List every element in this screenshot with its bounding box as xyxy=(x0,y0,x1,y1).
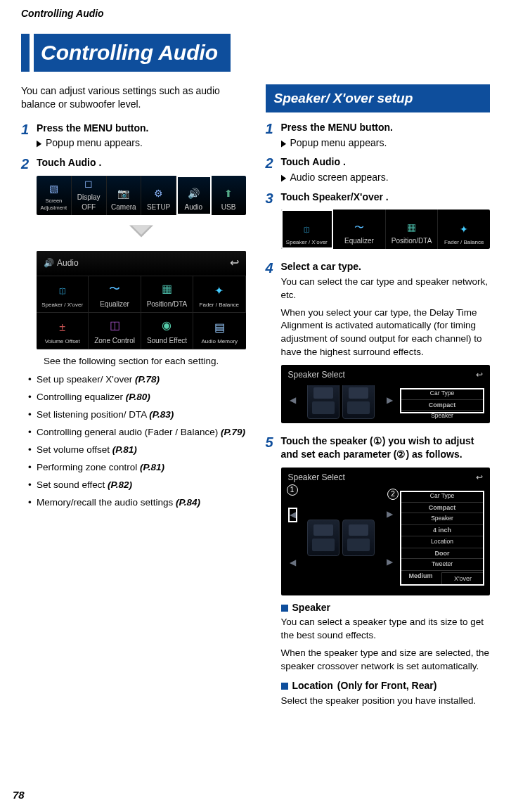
step-instruction: Select a car type. xyxy=(281,260,491,274)
body-text: When you select your car type, the Delay… xyxy=(281,307,491,360)
list-item: Controlling general audio (Fader / Balan… xyxy=(37,426,246,439)
page-title: Controlling Audio xyxy=(34,34,231,72)
tile-volume-offset: ±Volume Offset xyxy=(37,313,89,349)
sound-effect-icon: ◉ xyxy=(159,318,174,335)
title-accent xyxy=(21,34,30,72)
callout-2: 2 xyxy=(387,489,399,500)
step-instruction: Touch Speaker/X'over . xyxy=(281,191,491,205)
step-5: 5 Touch the speaker (①) you wish to adju… xyxy=(266,434,491,708)
audio-menu-screenshot: 🔊Audio ↩ ⎅Speaker / X'over 〜Equalizer ▦P… xyxy=(37,251,246,349)
list-item: Set volume offset (P.81) xyxy=(37,444,246,457)
tile-sound-effect: ◉Sound Effect xyxy=(141,313,193,349)
position-icon: ▦ xyxy=(159,281,174,298)
audio-menu-strip-screenshot: ⎅Speaker / X'over 〜Equalizer ▦Position/D… xyxy=(281,210,491,249)
parameter-panel: Car Type Compact Speaker 4 inch Location… xyxy=(400,491,484,586)
display-off-icon: ◻ xyxy=(81,177,96,191)
step-number: 1 xyxy=(21,122,37,150)
fader-icon: ✦ xyxy=(456,223,472,237)
step-number: 2 xyxy=(266,155,281,184)
speaker-indicator-right: ▶▶ xyxy=(383,491,396,586)
tile-audio-memory: ▤Audio Memory xyxy=(193,313,245,349)
step-instruction: Press the MENU button. xyxy=(37,122,246,136)
list-item: Performing zone control (P.81) xyxy=(37,461,246,475)
step-result: Popup menu appears. xyxy=(37,136,246,150)
settings-list: Set up speaker/ X'over (P.78) Controllin… xyxy=(21,373,246,509)
square-bullet-icon xyxy=(281,605,288,612)
screen-title: Speaker Select xyxy=(288,472,345,484)
note-text: See the following section for each setti… xyxy=(44,355,246,368)
back-icon: ↩ xyxy=(476,369,483,381)
speaker-indicator-right: ▶ xyxy=(383,388,396,413)
back-icon: ↩ xyxy=(476,472,483,484)
body-text: Select the speaker position you have ins… xyxy=(281,695,491,708)
popup-menu-screenshot: ▧Screen Adjustment ◻Display OFF 📷Camera … xyxy=(37,176,246,215)
list-item: Set sound effect (P.82) xyxy=(37,479,246,492)
callout-1: 1 xyxy=(287,484,298,496)
step-2: 2 Touch Audio . Audio screen appears. xyxy=(266,155,491,184)
step-number: 2 xyxy=(21,156,37,368)
right-column: Speaker/ X'over setup 1 Press the MENU b… xyxy=(266,84,491,708)
gear-icon: ⚙ xyxy=(151,187,167,201)
audio-menu-title: 🔊Audio xyxy=(44,257,79,269)
xover-icon: ⎅ xyxy=(299,223,314,237)
step-instruction: Touch Audio . xyxy=(281,155,491,169)
list-item: Controlling equalizer (P.80) xyxy=(37,391,246,404)
section-heading: Speaker/ X'over setup xyxy=(266,84,491,113)
tile-screen-adjustment: ▧Screen Adjustment xyxy=(37,176,72,215)
list-item: Memory/recall the audio settings (P.84) xyxy=(37,496,246,510)
speaker-indicator-left: ◀◀ xyxy=(287,491,299,586)
page-title-bar: Controlling Audio xyxy=(21,34,490,72)
tile-fader-balance: ✦Fader / Balance xyxy=(193,276,245,313)
left-column: You can adjust various settings such as … xyxy=(21,84,246,708)
xover-button: X'over xyxy=(441,572,484,586)
tile-position-dta: ▦Position/DTA xyxy=(141,276,193,313)
volume-offset-icon: ± xyxy=(55,319,70,336)
step-number: 4 xyxy=(266,260,281,429)
step-number: 5 xyxy=(266,434,281,708)
tile-speaker-xover: ⎅Speaker / X'over xyxy=(37,276,89,313)
step-number: 1 xyxy=(266,121,281,150)
tile-setup: ⚙SETUP xyxy=(141,176,176,215)
param-heading-speaker: Speaker xyxy=(281,601,491,615)
tile-audio: 🔊Audio xyxy=(176,176,212,215)
equalizer-icon: 〜 xyxy=(351,221,367,235)
speaker-icon: 🔊 xyxy=(186,187,201,201)
position-icon: ▦ xyxy=(404,221,420,235)
tile-display-off: ◻Display OFF xyxy=(72,176,107,215)
param-heading-location: Location (Only for Front, Rear) xyxy=(281,679,491,693)
step-4: 4 Select a car type. You can select the … xyxy=(266,260,491,429)
screen-title: Speaker Select xyxy=(288,369,345,381)
tile-camera: 📷Camera xyxy=(107,176,142,215)
body-text: You can select the car type and speaker … xyxy=(281,276,491,302)
page-number: 78 xyxy=(13,787,25,802)
tile-usb: ⬆USB xyxy=(212,176,246,215)
tile-speaker-xover: ⎅Speaker / X'over xyxy=(281,210,334,249)
intro-text: You can adjust various settings such as … xyxy=(21,84,246,112)
square-bullet-icon xyxy=(281,683,288,690)
tile-equalizer: 〜Equalizer xyxy=(89,276,141,313)
down-arrow-icon xyxy=(37,221,246,246)
speaker-select-screenshot-1: Speaker Select↩ ◀ ▶ Car Type Compact Spe… xyxy=(281,365,491,423)
step-2: 2 Touch Audio . ▧Screen Adjustment ◻Disp… xyxy=(21,156,246,368)
body-text: When the speaker type and size are selec… xyxy=(281,647,491,674)
step-instruction: Press the MENU button. xyxy=(281,121,491,135)
fader-icon: ✦ xyxy=(212,283,227,299)
equalizer-icon: 〜 xyxy=(107,281,122,298)
body-text: You can select a speaker type and its si… xyxy=(281,616,491,643)
back-icon: ↩ xyxy=(230,255,239,271)
step-result: Popup menu appears. xyxy=(281,136,491,150)
step-number: 3 xyxy=(266,191,281,255)
step-instruction: Touch the speaker (①) you wish to adjust… xyxy=(281,434,491,462)
list-item: Set up speaker/ X'over (P.78) xyxy=(37,373,246,387)
step-result: Audio screen appears. xyxy=(281,171,491,185)
speaker-icon: 🔊 xyxy=(44,258,54,268)
tile-fader-balance: ✦Fader / Balance xyxy=(438,210,490,249)
step-1: 1 Press the MENU button. Popup menu appe… xyxy=(21,122,246,150)
usb-icon: ⬆ xyxy=(221,187,236,201)
seat-diagram xyxy=(304,491,380,586)
tile-equalizer: 〜Equalizer xyxy=(333,210,386,249)
camera-icon: 📷 xyxy=(116,187,131,201)
parameter-panel: Car Type Compact Speaker xyxy=(400,388,484,413)
memory-icon: ▤ xyxy=(212,319,227,336)
running-header: Controlling Audio xyxy=(21,7,490,21)
